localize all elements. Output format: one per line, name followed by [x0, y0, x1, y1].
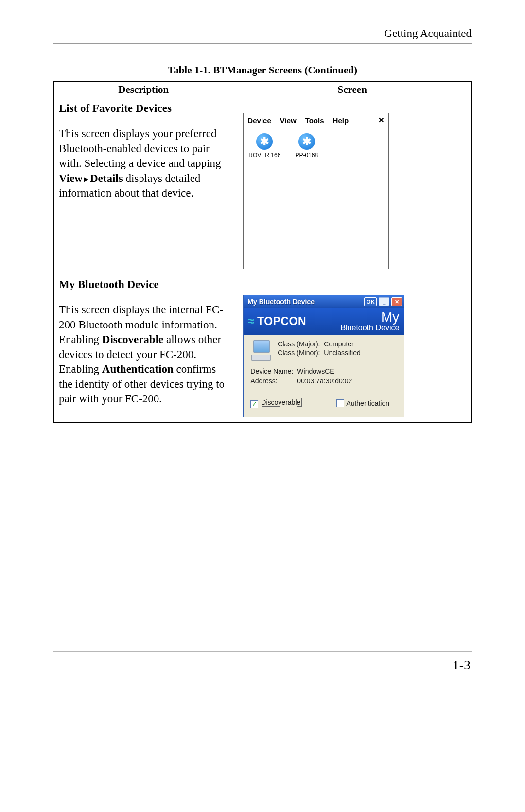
table-row: List of Favorite Devices This screen dis… — [54, 98, 472, 274]
close-button[interactable]: ✕ — [391, 297, 402, 306]
menu-view[interactable]: View — [280, 116, 297, 125]
class-info: Class (Major): Computer Class (Minor): U… — [278, 340, 360, 358]
table-row: My Bluetooth Device This screen displays… — [54, 274, 472, 423]
ok-button[interactable]: OK — [364, 297, 377, 306]
favorite-label: PP-0168 — [295, 152, 318, 159]
top-rule — [53, 43, 472, 44]
device-name-value: WindowsCE — [297, 367, 397, 375]
menu-tools[interactable]: Tools — [305, 116, 324, 125]
close-icon[interactable]: ✕ — [378, 116, 385, 125]
triangle-icon: ▶ — [84, 175, 89, 184]
running-head: Getting Acquainted — [53, 27, 472, 40]
table-caption: Table 1-1. BTManager Screens (Continued) — [53, 64, 472, 76]
row2-description: This screen displays the internal FC-200… — [59, 303, 228, 407]
favorites-menubar: Device View Tools Help ✕ — [244, 113, 388, 127]
checkbox-icon: ✓ — [250, 400, 258, 408]
menu-device[interactable]: Device — [247, 116, 271, 125]
brand-text: TOPCON — [257, 315, 306, 328]
device-name-label: Device Name: — [250, 367, 297, 375]
checkbox-icon — [336, 399, 344, 407]
row1-description: This screen displays your preferred Blue… — [59, 126, 228, 201]
minimize-button[interactable]: _ — [379, 297, 389, 306]
btmanager-table: Description Screen List of Favorite Devi… — [53, 81, 472, 423]
device-properties: Device Name: WindowsCE Address: 00:03:7a… — [250, 367, 397, 385]
favorite-device-1[interactable]: ✱ ROVER 166 — [248, 133, 280, 159]
authentication-label: Authentication — [346, 399, 389, 407]
footer-rule — [53, 651, 472, 652]
address-value: 00:03:7a:30:d0:02 — [297, 377, 397, 385]
window-banner: ≈ TOPCON My Bluetooth Device — [244, 308, 404, 335]
favorites-body: ✱ ROVER 166 ✱ PP-0168 — [244, 127, 388, 269]
brand-logo-icon: ≈ — [247, 317, 254, 325]
discoverable-checkbox[interactable]: ✓Discoverable — [250, 398, 301, 408]
my-bluetooth-window: My Bluetooth Device OK _ ✕ ≈ TOPCON — [243, 295, 404, 417]
discoverable-label: Discoverable — [260, 398, 301, 406]
brand: ≈ TOPCON — [247, 315, 306, 328]
col-screen: Screen — [233, 82, 472, 98]
banner-title: My Bluetooth Device — [340, 310, 399, 332]
bluetooth-icon: ✱ — [298, 133, 315, 150]
titlebar-text: My Bluetooth Device — [245, 298, 362, 306]
menu-help[interactable]: Help — [333, 116, 349, 125]
row1-title: List of Favorite Devices — [59, 102, 228, 115]
bluetooth-icon: ✱ — [256, 133, 273, 150]
row2-title: My Bluetooth Device — [59, 278, 228, 291]
favorite-label: ROVER 166 — [248, 152, 280, 159]
page-number: 1-3 — [53, 657, 472, 673]
authentication-checkbox[interactable]: Authentication — [336, 399, 389, 407]
favorite-device-2[interactable]: ✱ PP-0168 — [295, 133, 318, 159]
favorites-window: Device View Tools Help ✕ ✱ ROVER 166 — [243, 113, 389, 269]
address-label: Address: — [250, 377, 297, 385]
window-titlebar: My Bluetooth Device OK _ ✕ — [244, 295, 404, 308]
computer-icon — [250, 340, 272, 361]
col-description: Description — [54, 82, 233, 98]
